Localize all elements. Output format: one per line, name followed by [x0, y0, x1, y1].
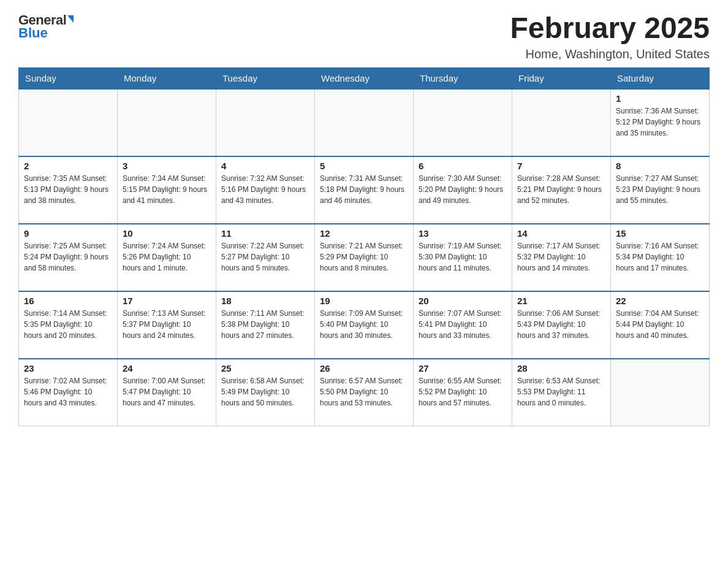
day-info: Sunrise: 7:21 AM Sunset: 5:29 PM Dayligh… — [320, 240, 408, 274]
calendar-table: Sunday Monday Tuesday Wednesday Thursday… — [18, 67, 710, 427]
table-row — [19, 89, 118, 156]
logo-blue-text: Blue — [18, 25, 48, 41]
day-info: Sunrise: 7:00 AM Sunset: 5:47 PM Dayligh… — [123, 375, 211, 408]
day-info: Sunrise: 7:28 AM Sunset: 5:21 PM Dayligh… — [517, 173, 605, 206]
day-info: Sunrise: 7:34 AM Sunset: 5:15 PM Dayligh… — [123, 173, 211, 206]
col-saturday: Saturday — [611, 67, 710, 89]
table-row — [118, 89, 216, 156]
day-info: Sunrise: 6:58 AM Sunset: 5:49 PM Dayligh… — [221, 375, 309, 408]
table-row: 9Sunrise: 7:25 AM Sunset: 5:24 PM Daylig… — [19, 224, 118, 291]
day-info: Sunrise: 7:06 AM Sunset: 5:43 PM Dayligh… — [517, 308, 605, 341]
table-row: 11Sunrise: 7:22 AM Sunset: 5:27 PM Dayli… — [216, 224, 315, 291]
day-number: 2 — [24, 161, 112, 171]
table-row: 17Sunrise: 7:13 AM Sunset: 5:37 PM Dayli… — [118, 291, 216, 359]
day-info: Sunrise: 6:53 AM Sunset: 5:53 PM Dayligh… — [517, 375, 605, 408]
day-info: Sunrise: 7:22 AM Sunset: 5:27 PM Dayligh… — [221, 240, 309, 274]
table-row: 3Sunrise: 7:34 AM Sunset: 5:15 PM Daylig… — [118, 156, 216, 224]
title-area: February 2025 Home, Washington, United S… — [510, 12, 710, 61]
col-thursday: Thursday — [414, 67, 512, 89]
table-row: 16Sunrise: 7:14 AM Sunset: 5:35 PM Dayli… — [19, 291, 118, 359]
day-info: Sunrise: 7:07 AM Sunset: 5:41 PM Dayligh… — [419, 308, 507, 341]
day-number: 8 — [616, 161, 704, 171]
day-info: Sunrise: 7:04 AM Sunset: 5:44 PM Dayligh… — [616, 308, 704, 341]
day-info: Sunrise: 7:31 AM Sunset: 5:18 PM Dayligh… — [320, 173, 408, 206]
logo-triangle-icon — [67, 15, 74, 23]
table-row: 20Sunrise: 7:07 AM Sunset: 5:41 PM Dayli… — [414, 291, 512, 359]
day-info: Sunrise: 7:16 AM Sunset: 5:34 PM Dayligh… — [616, 240, 704, 274]
day-number: 18 — [221, 296, 309, 306]
day-number: 26 — [320, 363, 408, 373]
table-row: 14Sunrise: 7:17 AM Sunset: 5:32 PM Dayli… — [512, 224, 611, 291]
day-number: 17 — [123, 296, 211, 306]
table-row: 23Sunrise: 7:02 AM Sunset: 5:46 PM Dayli… — [19, 359, 118, 426]
calendar-week-row: 16Sunrise: 7:14 AM Sunset: 5:35 PM Dayli… — [19, 291, 710, 359]
table-row — [414, 89, 512, 156]
table-row: 18Sunrise: 7:11 AM Sunset: 5:38 PM Dayli… — [216, 291, 315, 359]
day-number: 5 — [320, 161, 408, 171]
table-row: 25Sunrise: 6:58 AM Sunset: 5:49 PM Dayli… — [216, 359, 315, 426]
day-number: 9 — [24, 228, 112, 239]
day-number: 3 — [123, 161, 211, 171]
table-row: 19Sunrise: 7:09 AM Sunset: 5:40 PM Dayli… — [315, 291, 414, 359]
calendar-week-row: 2Sunrise: 7:35 AM Sunset: 5:13 PM Daylig… — [19, 156, 710, 224]
day-number: 28 — [517, 363, 605, 373]
table-row: 27Sunrise: 6:55 AM Sunset: 5:52 PM Dayli… — [414, 359, 512, 426]
calendar-week-row: 1Sunrise: 7:36 AM Sunset: 5:12 PM Daylig… — [19, 89, 710, 156]
day-info: Sunrise: 7:35 AM Sunset: 5:13 PM Dayligh… — [24, 173, 112, 206]
table-row: 8Sunrise: 7:27 AM Sunset: 5:23 PM Daylig… — [611, 156, 710, 224]
day-info: Sunrise: 7:17 AM Sunset: 5:32 PM Dayligh… — [517, 240, 605, 274]
day-number: 23 — [24, 363, 112, 373]
day-number: 24 — [123, 363, 211, 373]
page-header: General Blue February 2025 Home, Washing… — [18, 12, 710, 61]
day-info: Sunrise: 7:36 AM Sunset: 5:12 PM Dayligh… — [616, 105, 704, 139]
month-title: February 2025 — [510, 12, 710, 45]
day-info: Sunrise: 6:57 AM Sunset: 5:50 PM Dayligh… — [320, 375, 408, 408]
table-row: 5Sunrise: 7:31 AM Sunset: 5:18 PM Daylig… — [315, 156, 414, 224]
day-info: Sunrise: 7:13 AM Sunset: 5:37 PM Dayligh… — [123, 308, 211, 341]
day-info: Sunrise: 7:30 AM Sunset: 5:20 PM Dayligh… — [419, 173, 507, 206]
day-info: Sunrise: 7:32 AM Sunset: 5:16 PM Dayligh… — [221, 173, 309, 206]
table-row: 2Sunrise: 7:35 AM Sunset: 5:13 PM Daylig… — [19, 156, 118, 224]
table-row: 6Sunrise: 7:30 AM Sunset: 5:20 PM Daylig… — [414, 156, 512, 224]
day-number: 19 — [320, 296, 408, 306]
day-info: Sunrise: 7:09 AM Sunset: 5:40 PM Dayligh… — [320, 308, 408, 341]
table-row: 22Sunrise: 7:04 AM Sunset: 5:44 PM Dayli… — [611, 291, 710, 359]
table-row: 10Sunrise: 7:24 AM Sunset: 5:26 PM Dayli… — [118, 224, 216, 291]
day-number: 12 — [320, 228, 408, 239]
day-number: 15 — [616, 228, 704, 239]
table-row: 15Sunrise: 7:16 AM Sunset: 5:34 PM Dayli… — [611, 224, 710, 291]
calendar-week-row: 23Sunrise: 7:02 AM Sunset: 5:46 PM Dayli… — [19, 359, 710, 426]
table-row: 1Sunrise: 7:36 AM Sunset: 5:12 PM Daylig… — [611, 89, 710, 156]
day-info: Sunrise: 6:55 AM Sunset: 5:52 PM Dayligh… — [419, 375, 507, 408]
col-monday: Monday — [118, 67, 216, 89]
table-row: 13Sunrise: 7:19 AM Sunset: 5:30 PM Dayli… — [414, 224, 512, 291]
logo: General Blue — [18, 12, 74, 41]
table-row — [512, 89, 611, 156]
table-row: 7Sunrise: 7:28 AM Sunset: 5:21 PM Daylig… — [512, 156, 611, 224]
day-number: 16 — [24, 296, 112, 306]
table-row: 4Sunrise: 7:32 AM Sunset: 5:16 PM Daylig… — [216, 156, 315, 224]
day-number: 25 — [221, 363, 309, 373]
table-row — [611, 359, 710, 426]
table-row: 28Sunrise: 6:53 AM Sunset: 5:53 PM Dayli… — [512, 359, 611, 426]
day-number: 1 — [616, 93, 704, 104]
day-number: 10 — [123, 228, 211, 239]
day-info: Sunrise: 7:27 AM Sunset: 5:23 PM Dayligh… — [616, 173, 704, 206]
table-row — [216, 89, 315, 156]
day-info: Sunrise: 7:11 AM Sunset: 5:38 PM Dayligh… — [221, 308, 309, 341]
col-tuesday: Tuesday — [216, 67, 315, 89]
col-friday: Friday — [512, 67, 611, 89]
day-number: 22 — [616, 296, 704, 306]
calendar-header-row: Sunday Monday Tuesday Wednesday Thursday… — [19, 67, 710, 89]
table-row: 24Sunrise: 7:00 AM Sunset: 5:47 PM Dayli… — [118, 359, 216, 426]
day-number: 20 — [419, 296, 507, 306]
day-number: 7 — [517, 161, 605, 171]
day-number: 11 — [221, 228, 309, 239]
col-sunday: Sunday — [19, 67, 118, 89]
day-info: Sunrise: 7:25 AM Sunset: 5:24 PM Dayligh… — [24, 240, 112, 274]
table-row: 26Sunrise: 6:57 AM Sunset: 5:50 PM Dayli… — [315, 359, 414, 426]
day-info: Sunrise: 7:02 AM Sunset: 5:46 PM Dayligh… — [24, 375, 112, 408]
col-wednesday: Wednesday — [315, 67, 414, 89]
table-row: 21Sunrise: 7:06 AM Sunset: 5:43 PM Dayli… — [512, 291, 611, 359]
location-text: Home, Washington, United States — [510, 47, 710, 61]
